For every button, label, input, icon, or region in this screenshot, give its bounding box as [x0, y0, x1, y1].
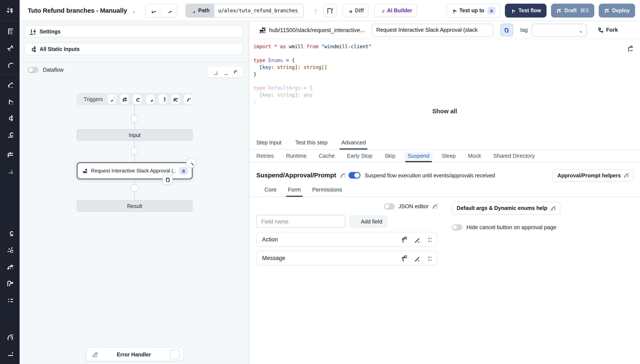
email-trigger-icon[interactable]: [171, 94, 180, 104]
drag-handle-icon[interactable]: [425, 236, 432, 242]
input-node[interactable]: Input: [77, 129, 193, 140]
websocket-trigger-icon[interactable]: [146, 94, 155, 104]
tab-permissions[interactable]: Permissions: [312, 187, 342, 196]
favorites-icon[interactable]: [6, 44, 14, 52]
dataflow-toggle[interactable]: [28, 67, 38, 73]
all-static-inputs-button[interactable]: All Static Inputs: [25, 43, 243, 55]
audit-logs-icon[interactable]: [6, 296, 14, 304]
edit-field-icon[interactable]: [413, 255, 419, 261]
resources-icon[interactable]: [6, 130, 14, 139]
subtab-retries[interactable]: Retries: [256, 150, 274, 162]
fork-button[interactable]: Fork: [597, 27, 618, 33]
flow-settings-button[interactable]: Settings: [25, 25, 243, 38]
script-header: hub/11500/slack/request_interactive... t…: [249, 21, 640, 39]
form-field-row[interactable]: Message: [256, 251, 437, 265]
drag-handle-icon[interactable]: [425, 255, 432, 261]
variables-icon[interactable]: [6, 114, 14, 122]
default-args-help-button[interactable]: Default args & Dynamic enums help: [452, 202, 560, 214]
hide-cancel-toggle[interactable]: [452, 224, 463, 230]
deploy-button[interactable]: Deploy: [599, 4, 635, 17]
ai-builder-button[interactable]: AI Builder: [374, 4, 417, 17]
draft-button[interactable]: Draft ⌘S: [551, 4, 594, 17]
triggers-label: Triggers: [84, 96, 103, 102]
show-all-button[interactable]: Show all: [249, 108, 640, 114]
poll-trigger-icon[interactable]: [184, 94, 193, 104]
step-summary-input[interactable]: [372, 24, 494, 36]
help-icon[interactable]: [6, 333, 14, 341]
tab-test-this-step[interactable]: Test this step: [295, 140, 327, 149]
toolbar-right-actions: Test up to a Test flow Draft ⌘S Deploy: [441, 4, 635, 17]
workspace-icon[interactable]: [6, 27, 14, 35]
delete-field-icon[interactable]: [401, 236, 407, 242]
help-icon: [550, 206, 555, 210]
subtab-cache[interactable]: Cache: [319, 150, 335, 162]
schedule-trigger-icon[interactable]: [120, 94, 129, 104]
edit-field-icon[interactable]: [413, 236, 419, 242]
suspend-enabled-toggle[interactable]: [348, 172, 360, 178]
tab-step-input[interactable]: Step Input: [256, 140, 282, 149]
diff-button[interactable]: Diff: [342, 4, 369, 17]
subtab-mock[interactable]: Mock: [468, 150, 481, 162]
test-up-to-button[interactable]: Test up to a: [447, 4, 501, 17]
kafka-trigger-icon[interactable]: [158, 94, 167, 104]
path-button[interactable]: Path: [186, 4, 214, 17]
hub-script-path[interactable]: hub/11500/slack/request_interactive...: [269, 27, 365, 33]
delete-field-icon[interactable]: [401, 255, 407, 261]
add-error-handler-button[interactable]: [170, 350, 180, 359]
fork-label: Fork: [606, 27, 618, 33]
subtab-runtime[interactable]: Runtime: [286, 150, 306, 162]
workers-robot-icon[interactable]: [6, 262, 14, 270]
triggers-node[interactable]: Triggers: [77, 93, 193, 105]
search-icon[interactable]: [6, 60, 14, 68]
edit-title-icon[interactable]: [130, 8, 135, 13]
webhook-trigger-icon[interactable]: [108, 94, 117, 104]
subtab-suspend[interactable]: Suspend: [408, 150, 430, 162]
tab-form[interactable]: Form: [288, 187, 301, 196]
field-name-input[interactable]: [256, 215, 345, 228]
add-item-icon[interactable]: [6, 167, 14, 175]
delete-step-button[interactable]: [186, 158, 196, 168]
add-field-button[interactable]: Add field: [349, 215, 387, 228]
path-input[interactable]: [214, 4, 303, 17]
subtab-skip[interactable]: Skip: [384, 150, 395, 162]
windmill-logo[interactable]: [0, 0, 20, 21]
sidebar-bottom: [6, 333, 14, 364]
settings-gear-icon[interactable]: [6, 246, 14, 254]
undo-button[interactable]: [146, 4, 161, 17]
code-editor-preview[interactable]: import * as wmill from "windmill-client"…: [249, 39, 640, 106]
expand-sidebar-icon[interactable]: [6, 350, 14, 358]
json-editor-toggle[interactable]: [384, 203, 395, 209]
home-icon[interactable]: [6, 80, 14, 88]
docs-button[interactable]: [323, 4, 337, 17]
http-route-trigger-icon[interactable]: [133, 94, 142, 104]
folders-icon[interactable]: [6, 279, 14, 287]
tab-advanced[interactable]: Advanced: [341, 140, 366, 149]
insert-step-button-bottom[interactable]: [131, 184, 138, 191]
schedules-icon[interactable]: [6, 150, 14, 158]
slack-icon: [259, 27, 265, 33]
subtab-early-stop[interactable]: Early Stop: [347, 150, 372, 162]
more-options-icon[interactable]: [309, 6, 317, 14]
tab-core[interactable]: Core: [265, 187, 276, 196]
fit-view-icon[interactable]: [231, 68, 240, 76]
info-icon[interactable]: [340, 173, 345, 178]
redo-button[interactable]: [161, 4, 177, 17]
insert-step-button-middle[interactable]: [131, 148, 138, 154]
copy-code-icon[interactable]: [626, 46, 632, 52]
test-flow-button[interactable]: Test flow: [505, 4, 546, 17]
suspend-toggle-button[interactable]: [500, 24, 513, 36]
slack-approval-step-node[interactable]: Request Interactive Slack Approval (... …: [77, 162, 193, 180]
insert-step-button-top[interactable]: [131, 116, 138, 122]
users-icon[interactable]: [6, 229, 14, 237]
zoom-out-icon[interactable]: [221, 68, 230, 76]
error-handler-node[interactable]: Error Handler: [86, 347, 184, 361]
form-field-row[interactable]: Action: [256, 232, 437, 246]
tag-select[interactable]: [531, 24, 587, 36]
subtab-shared-directory[interactable]: Shared Directory: [493, 150, 535, 162]
runs-icon[interactable]: [6, 97, 14, 105]
result-node[interactable]: Result: [77, 200, 193, 212]
zoom-in-icon[interactable]: [210, 68, 219, 76]
info-icon[interactable]: [432, 204, 437, 209]
subtab-sleep[interactable]: Sleep: [442, 150, 456, 162]
approval-prompt-helpers-button[interactable]: Approval/Prompt helpers: [553, 169, 633, 181]
